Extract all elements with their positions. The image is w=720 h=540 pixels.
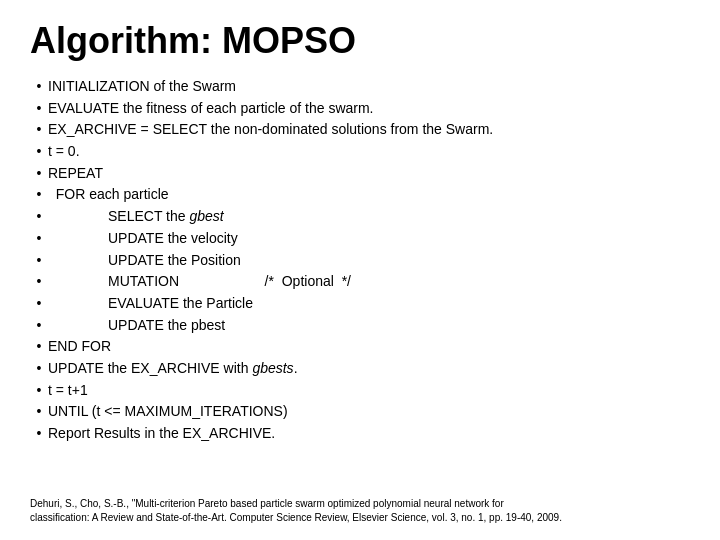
list-item: • INITIALIZATION of the Swarm <box>30 76 690 98</box>
list-item: • UPDATE the EX_ARCHIVE with gbests. <box>30 358 690 380</box>
item-text: UNTIL (t <= MAXIMUM_ITERATIONS) <box>48 401 690 423</box>
item-text: EVALUATE the Particle <box>48 293 690 315</box>
list-item: • t = 0. <box>30 141 690 163</box>
list-item: • END FOR <box>30 336 690 358</box>
item-text: FOR each particle <box>48 184 690 206</box>
bullet: • <box>30 423 48 445</box>
bullet: • <box>30 184 48 206</box>
bullet: • <box>30 315 48 337</box>
item-text: SELECT the gbest <box>48 206 690 228</box>
item-text: END FOR <box>48 336 690 358</box>
list-item: • REPEAT <box>30 163 690 185</box>
item-text: UPDATE the Position <box>48 250 690 272</box>
page: Algorithm: MOPSO • INITIALIZATION of the… <box>0 0 720 540</box>
algorithm-list: • INITIALIZATION of the Swarm • EVALUATE… <box>30 76 690 445</box>
page-title: Algorithm: MOPSO <box>30 20 690 62</box>
item-text: Report Results in the EX_ARCHIVE. <box>48 423 690 445</box>
item-text: UPDATE the EX_ARCHIVE with gbests. <box>48 358 690 380</box>
content-area: • INITIALIZATION of the Swarm • EVALUATE… <box>30 76 690 487</box>
bullet: • <box>30 336 48 358</box>
bullet: • <box>30 358 48 380</box>
list-item: • UNTIL (t <= MAXIMUM_ITERATIONS) <box>30 401 690 423</box>
bullet: • <box>30 380 48 402</box>
list-item: • MUTATION /* Optional */ <box>30 271 690 293</box>
list-item: • t = t+1 <box>30 380 690 402</box>
item-text: UPDATE the velocity <box>48 228 690 250</box>
bullet: • <box>30 76 48 98</box>
bullet: • <box>30 163 48 185</box>
list-item: • UPDATE the velocity <box>30 228 690 250</box>
list-item: • EX_ARCHIVE = SELECT the non-dominated … <box>30 119 690 141</box>
bullet: • <box>30 98 48 120</box>
bullet: • <box>30 401 48 423</box>
item-text: INITIALIZATION of the Swarm <box>48 76 690 98</box>
item-text: t = t+1 <box>48 380 690 402</box>
item-text: REPEAT <box>48 163 690 185</box>
list-item: • Report Results in the EX_ARCHIVE. <box>30 423 690 445</box>
item-text: MUTATION /* Optional */ <box>48 271 690 293</box>
bullet: • <box>30 206 48 228</box>
bullet: • <box>30 250 48 272</box>
list-item: • UPDATE the pbest <box>30 315 690 337</box>
list-item: • SELECT the gbest <box>30 206 690 228</box>
bullet: • <box>30 119 48 141</box>
bullet: • <box>30 141 48 163</box>
list-item: • UPDATE the Position <box>30 250 690 272</box>
item-text: t = 0. <box>48 141 690 163</box>
bullet: • <box>30 228 48 250</box>
list-item: • EVALUATE the fitness of each particle … <box>30 98 690 120</box>
bullet: • <box>30 293 48 315</box>
list-item: • FOR each particle <box>30 184 690 206</box>
item-text: EVALUATE the fitness of each particle of… <box>48 98 690 120</box>
list-item: • EVALUATE the Particle <box>30 293 690 315</box>
item-text: UPDATE the pbest <box>48 315 690 337</box>
bullet: • <box>30 271 48 293</box>
item-text: EX_ARCHIVE = SELECT the non-dominated so… <box>48 119 690 141</box>
footnote: Dehuri, S., Cho, S.-B., "Multi-criterion… <box>30 497 690 525</box>
